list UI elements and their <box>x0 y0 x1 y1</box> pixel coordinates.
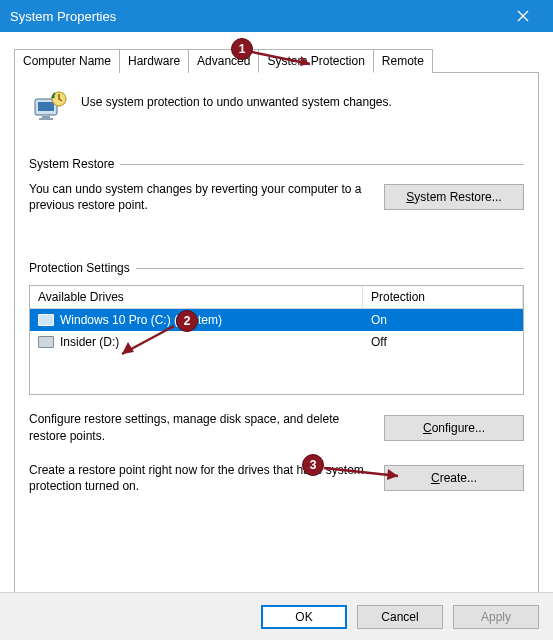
apply-button[interactable]: Apply <box>453 605 539 629</box>
svg-rect-4 <box>42 116 50 118</box>
annotation-badge-3: 3 <box>302 454 324 476</box>
button-bar: OK Cancel Apply <box>0 592 553 640</box>
tab-remote[interactable]: Remote <box>373 49 433 73</box>
dialog-content: Computer Name Hardware Advanced System P… <box>0 32 553 593</box>
create-button[interactable]: Create... <box>384 465 524 491</box>
drive-icon <box>38 314 54 326</box>
system-restore-text: You can undo system changes by reverting… <box>29 181 372 213</box>
titlebar: System Properties <box>0 0 553 32</box>
group-label-text: Protection Settings <box>29 261 130 275</box>
drive-icon <box>38 336 54 348</box>
configure-text: Configure restore settings, manage disk … <box>29 411 372 443</box>
drive-row[interactable]: Windows 10 Pro (C:) (System) On <box>30 309 523 331</box>
divider <box>120 164 524 165</box>
tab-computer-name[interactable]: Computer Name <box>14 49 120 73</box>
button-label: onfigure... <box>432 421 485 435</box>
annotation-badge-2: 2 <box>176 310 198 332</box>
close-icon <box>517 10 529 22</box>
intro-row: Use system protection to undo unwanted s… <box>29 89 524 129</box>
tab-strip: Computer Name Hardware Advanced System P… <box>14 48 539 73</box>
group-protection-settings: Protection Settings Available Drives Pro… <box>29 261 524 494</box>
header-protection[interactable]: Protection <box>363 286 523 308</box>
window-title: System Properties <box>10 9 503 24</box>
drives-header: Available Drives Protection <box>30 286 523 309</box>
group-label-protection-settings: Protection Settings <box>29 261 524 275</box>
cancel-button[interactable]: Cancel <box>357 605 443 629</box>
svg-rect-3 <box>38 102 54 111</box>
drive-name: Insider (D:) <box>60 335 119 349</box>
mnemonic: C <box>423 421 432 435</box>
group-label-text: System Restore <box>29 157 114 171</box>
system-protection-icon <box>29 89 69 129</box>
tab-hardware[interactable]: Hardware <box>119 49 189 73</box>
drive-protection: Off <box>363 331 523 353</box>
button-label: ystem Restore... <box>414 190 501 204</box>
system-restore-button[interactable]: System Restore... <box>384 184 524 210</box>
divider <box>136 268 524 269</box>
button-label: reate... <box>440 471 477 485</box>
group-system-restore: System Restore You can undo system chang… <box>29 157 524 213</box>
ok-button[interactable]: OK <box>261 605 347 629</box>
tab-panel: Use system protection to undo unwanted s… <box>14 73 539 593</box>
close-button[interactable] <box>503 0 543 32</box>
annotation-badge-1: 1 <box>231 38 253 60</box>
mnemonic: C <box>431 471 440 485</box>
group-label-system-restore: System Restore <box>29 157 524 171</box>
tab-system-protection[interactable]: System Protection <box>258 49 373 73</box>
intro-text: Use system protection to undo unwanted s… <box>81 89 392 109</box>
drive-protection: On <box>363 309 523 331</box>
svg-rect-5 <box>39 118 53 120</box>
drive-row[interactable]: Insider (D:) Off <box>30 331 523 353</box>
header-available-drives[interactable]: Available Drives <box>30 286 363 308</box>
configure-button[interactable]: Configure... <box>384 415 524 441</box>
drives-list[interactable]: Available Drives Protection Windows 10 P… <box>29 285 524 395</box>
